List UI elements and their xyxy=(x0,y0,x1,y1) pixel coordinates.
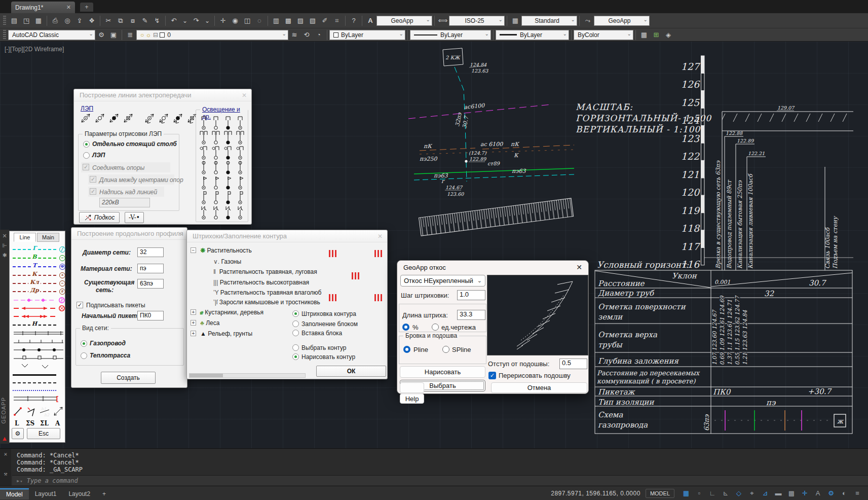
redo-dropdown-icon[interactable]: ⌄ xyxy=(202,15,212,26)
create-button[interactable]: Создать xyxy=(101,372,156,384)
linetype-n-button[interactable]: Н xyxy=(13,322,56,329)
voltage-field[interactable]: 220кВ xyxy=(99,198,150,207)
new-layout-tab[interactable]: + xyxy=(96,488,112,499)
linetype-v-marks-button[interactable] xyxy=(13,363,56,369)
radio-select-contour[interactable] xyxy=(292,344,299,351)
radio-drawing-units[interactable] xyxy=(432,324,439,331)
layout2-tab[interactable]: Layout2 xyxy=(62,488,96,499)
isodraft-icon[interactable]: ◇ xyxy=(732,488,745,498)
help-button[interactable]: Help xyxy=(400,394,424,404)
tree-item-forests[interactable]: ♣ Леса xyxy=(200,319,219,327)
annotation-scale-icon[interactable]: A xyxy=(811,488,824,498)
sheet-set-icon[interactable]: ▧ xyxy=(307,15,319,26)
layer-combo[interactable]: ○ ☼ ⊟ 0 xyxy=(136,30,288,40)
check-connect-poles[interactable]: ✓ xyxy=(83,164,89,170)
dialog-title[interactable]: Построение линии электропередачи✕ xyxy=(74,89,251,101)
text-style-combo[interactable]: GeoApp xyxy=(376,16,432,26)
offset-field[interactable]: 0.5 xyxy=(559,359,587,369)
linetype-dashed-button[interactable] xyxy=(13,380,56,386)
customization-menu-icon[interactable]: ≡ xyxy=(851,488,864,498)
layout1-tab[interactable]: Layout1 xyxy=(29,488,63,499)
tab-main[interactable]: Main xyxy=(37,233,59,242)
open-file-icon[interactable]: ◳ xyxy=(20,15,32,26)
start-picket-field[interactable]: ПК0 xyxy=(137,311,164,320)
tree-item-vegetation[interactable]: ❋ Растительность xyxy=(200,247,252,254)
tree-item-lawns[interactable]: ∨. Газоны xyxy=(213,258,241,265)
drawing-tab[interactable]: Drawing1* ✕ xyxy=(11,2,75,13)
close-icon[interactable]: ✕ xyxy=(576,263,582,271)
new-file-icon[interactable]: ▤ xyxy=(8,15,20,26)
isolate-objects-icon[interactable]: ◐ xyxy=(838,488,851,498)
tool-sum-area[interactable]: ΣS xyxy=(26,420,34,427)
dialog-title[interactable]: Построение продольного профиля✕ xyxy=(71,228,187,240)
layer-isolate-icon[interactable]: ◔ xyxy=(313,29,325,41)
selection-cycling-icon[interactable]: ✛ xyxy=(798,488,811,498)
radio-pline[interactable] xyxy=(403,346,410,353)
linetype-sewer-liv-button[interactable]: Кл− xyxy=(13,280,56,287)
existing-field[interactable]: 63пэ xyxy=(137,279,164,289)
mleader-style-combo[interactable]: GeoApp xyxy=(594,16,650,26)
ok-button[interactable]: ОК xyxy=(316,366,386,377)
undo-icon[interactable]: ↶ xyxy=(168,15,180,26)
linetype-combo[interactable]: ByLayer xyxy=(410,30,491,40)
osnap-icon[interactable]: ⊿ xyxy=(759,488,772,498)
check-pickets[interactable]: ✓ xyxy=(77,302,83,308)
linetype-railway-button[interactable] xyxy=(13,331,56,337)
linetype-solid-thick-button[interactable] xyxy=(13,372,56,378)
radio-hatch-contour[interactable] xyxy=(292,310,299,317)
tab-close-icon[interactable]: ✕ xyxy=(66,4,71,11)
help-button[interactable] xyxy=(400,382,424,393)
toolbar-grip[interactable] xyxy=(3,30,6,40)
close-icon[interactable]: ✕ xyxy=(242,89,247,101)
command-close-icon[interactable]: ✕ xyxy=(0,451,11,457)
lep-symbol-buttons[interactable] xyxy=(79,112,199,125)
podkos-button[interactable]: Подкос xyxy=(79,212,120,223)
quickcalc-icon[interactable]: ⌗ xyxy=(331,15,343,26)
dialog-title[interactable]: Штрихоки/Заполнение контура✕ xyxy=(187,230,387,242)
linetype-drainage-button[interactable]: Др# xyxy=(13,289,56,295)
step-field[interactable]: 1.0 xyxy=(457,290,485,300)
v-button[interactable]: -V-• xyxy=(125,212,144,223)
tool-length[interactable]: L xyxy=(15,420,19,427)
linetype-dotted-button[interactable] xyxy=(13,387,56,394)
length-field[interactable]: 33.3 xyxy=(457,310,485,320)
radio-heat[interactable] xyxy=(81,352,87,359)
cut-icon[interactable]: ✂ xyxy=(102,15,115,26)
radio-gas[interactable] xyxy=(81,340,87,347)
palette-close-icon[interactable]: ✕ xyxy=(0,233,9,239)
linetype-gas-button[interactable]: Г╱ xyxy=(13,246,56,253)
new-tab-button[interactable]: + xyxy=(80,3,93,12)
snap-icon[interactable]: ▫ xyxy=(693,488,706,498)
workspace-switch-icon[interactable]: ⚙ xyxy=(824,488,838,498)
zoom-window-icon[interactable]: ◫ xyxy=(241,15,253,26)
model-tab[interactable]: Model xyxy=(0,488,29,499)
linetype-arrow-button[interactable] xyxy=(13,305,56,312)
layer-properties-icon[interactable]: ≣ xyxy=(124,29,136,41)
lineweight-icon[interactable]: ▬ xyxy=(772,488,785,498)
toolbar-grip[interactable] xyxy=(3,16,6,26)
plot-icon[interactable]: ⎙ xyxy=(49,15,61,26)
designcenter-icon[interactable]: ▩ xyxy=(282,15,294,26)
radio-lep[interactable] xyxy=(83,152,90,159)
color-combo[interactable]: ByLayer xyxy=(329,30,405,40)
properties-icon[interactable]: ▥ xyxy=(270,15,282,26)
copy-icon[interactable]: ⧉ xyxy=(115,15,127,26)
radio-fill-block[interactable] xyxy=(292,320,299,327)
ortho-icon[interactable]: ∟ xyxy=(706,488,719,498)
publish-icon[interactable]: ⇪ xyxy=(73,15,86,26)
tree-item-relief[interactable]: ▲ Рельеф, грунты xyxy=(200,330,252,337)
tree-hscrollbar[interactable] xyxy=(189,373,306,378)
radio-percent[interactable] xyxy=(402,324,409,331)
table-style-combo[interactable]: Standard xyxy=(521,16,577,26)
pan-icon[interactable]: ✛ xyxy=(217,15,229,26)
radio-insert-block[interactable] xyxy=(292,330,299,336)
palette-pin-icon[interactable]: ⊩ xyxy=(0,242,9,249)
layer-previous-icon[interactable]: ⟲ xyxy=(300,29,313,41)
paste-icon[interactable]: ⧇ xyxy=(127,15,139,26)
plot-style-combo[interactable]: ByColor xyxy=(574,30,633,40)
grid-icon[interactable]: ▦ xyxy=(680,488,693,498)
polar-tracking-icon[interactable]: ⊾ xyxy=(719,488,732,498)
linetype-tick-button[interactable] xyxy=(13,339,56,345)
lighting-symbols-grid[interactable] xyxy=(199,116,246,220)
radio-draw-contour[interactable] xyxy=(292,353,299,360)
